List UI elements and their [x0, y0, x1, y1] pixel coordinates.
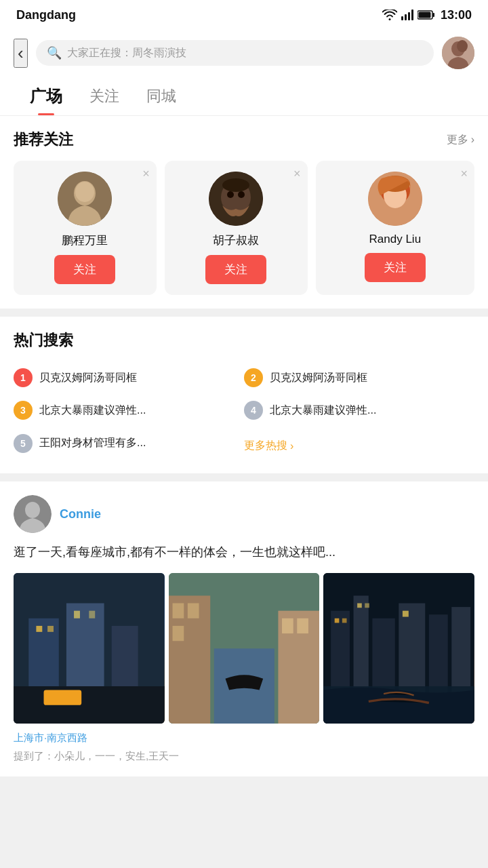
recommend-header: 推荐关注 更多 ›	[14, 130, 474, 150]
follow-avatar-3	[368, 172, 422, 226]
status-bar: Dangdang 13:00	[0, 0, 488, 30]
close-card-3-button[interactable]: ×	[461, 167, 468, 180]
hot-text-2: 贝克汉姆阿汤哥同框	[270, 371, 367, 385]
back-button[interactable]: ‹	[14, 39, 28, 68]
search-placeholder-text: 大家正在搜：周冬雨演技	[67, 46, 186, 60]
feed-section: Connie 逛了一天,看每座城市,都有不一样的体会，一生也就这样吧...	[0, 481, 488, 776]
follow-card-3: × Rand	[316, 161, 474, 295]
hot-text-1: 贝克汉姆阿汤哥同框	[39, 371, 137, 385]
follow-cards: × 鹏程万里 关注 ×	[14, 161, 474, 295]
svg-rect-0	[401, 16, 403, 20]
search-icon: 🔍	[47, 45, 62, 60]
hot-text-5: 王阳对身材管理有多...	[39, 436, 146, 450]
svg-point-17	[222, 178, 249, 192]
post-image-1	[14, 573, 165, 724]
hot-rank-4: 4	[244, 401, 263, 420]
follow-button-1[interactable]: 关注	[54, 255, 115, 284]
follow-button-2[interactable]: 关注	[205, 255, 266, 284]
post-tags: 提到了：小朵儿，一一，安生,王天一	[14, 750, 474, 763]
hot-search-section: 热门搜索 1 贝克汉姆阿汤哥同框 2 贝克汉姆阿汤哥同框 3	[0, 317, 488, 473]
post-avatar-img	[14, 495, 52, 533]
follow-avatar-2	[209, 172, 263, 226]
svg-rect-30	[74, 610, 80, 618]
svg-rect-38	[187, 603, 199, 618]
svg-rect-2	[408, 12, 410, 20]
avatar-img-huzi	[209, 172, 263, 226]
svg-rect-39	[172, 626, 184, 641]
svg-point-16	[238, 191, 245, 198]
post-image-2	[169, 573, 320, 724]
avatar-img-randy	[368, 172, 422, 226]
status-time: 13:00	[441, 8, 472, 22]
svg-rect-31	[89, 610, 95, 618]
status-right: 13:00	[382, 8, 472, 22]
follow-card-1: × 鹏程万里 关注	[14, 161, 157, 295]
svg-rect-52	[357, 603, 362, 608]
post-header: Connie	[14, 495, 474, 533]
header-avatar-img	[442, 37, 474, 69]
recommend-more-link[interactable]: 更多 ›	[447, 133, 474, 147]
recommend-title: 推荐关注	[14, 130, 73, 150]
post-image-3	[323, 573, 474, 724]
svg-rect-29	[47, 626, 54, 632]
chevron-right-hot-icon: ›	[290, 440, 293, 452]
follow-button-3[interactable]: 关注	[365, 253, 426, 282]
post-images	[14, 573, 474, 724]
nav-tabs: 广场 关注 同城	[0, 76, 488, 116]
svg-rect-41	[282, 618, 293, 633]
wifi-icon	[382, 9, 397, 20]
close-card-1-button[interactable]: ×	[142, 167, 150, 180]
hot-text-3: 北京大暴雨建议弹性...	[39, 403, 146, 418]
post-avatar[interactable]	[14, 495, 52, 533]
follow-name-1: 鹏程万里	[62, 233, 108, 248]
header: ‹ 🔍 大家正在搜：周冬雨演技	[0, 30, 488, 76]
hot-item-5[interactable]: 5 王阳对身材管理有多...	[14, 427, 244, 460]
svg-point-23	[25, 502, 40, 518]
more-hot-link[interactable]: 更多热搜 ›	[244, 427, 474, 460]
recommend-section: 推荐关注 更多 › ×	[0, 116, 488, 309]
hot-item-2[interactable]: 2 贝克汉姆阿汤哥同框	[244, 361, 474, 394]
svg-rect-5	[432, 13, 434, 17]
battery-icon	[418, 10, 435, 20]
follow-name-3: Randy Liu	[369, 233, 422, 246]
follow-avatar-1	[58, 172, 112, 226]
follow-card-2: ×	[165, 161, 308, 295]
post-username[interactable]: Connie	[60, 507, 101, 521]
tab-guangchang[interactable]: 广场	[16, 76, 76, 115]
hot-rank-3: 3	[14, 401, 33, 420]
close-card-2-button[interactable]: ×	[293, 167, 301, 180]
hot-rank-5: 5	[14, 434, 33, 453]
hot-item-1[interactable]: 1 贝克汉姆阿汤哥同框	[14, 361, 244, 394]
search-bar[interactable]: 🔍 大家正在搜：周冬雨演技	[36, 40, 434, 66]
svg-rect-51	[342, 618, 347, 623]
post-text: 逛了一天,看每座城市,都有不一样的体会，一生也就这样吧...	[14, 542, 474, 562]
svg-rect-6	[418, 12, 430, 18]
svg-rect-33	[44, 690, 82, 705]
chevron-right-icon: ›	[471, 134, 474, 146]
app-name: Dangdang	[16, 8, 76, 22]
hot-rank-1: 1	[14, 368, 33, 387]
svg-rect-45	[354, 595, 369, 701]
tab-guanzhu[interactable]: 关注	[76, 77, 133, 115]
follow-name-2: 胡子叔叔	[213, 233, 259, 248]
svg-rect-3	[411, 9, 413, 20]
post-location[interactable]: 上海市·南京西路	[14, 732, 474, 745]
svg-rect-50	[335, 618, 340, 623]
hot-item-3[interactable]: 3 北京大暴雨建议弹性...	[14, 394, 244, 427]
main-content: 推荐关注 更多 › ×	[0, 116, 488, 776]
svg-rect-54	[403, 610, 409, 616]
signal-icon	[401, 9, 413, 20]
svg-rect-53	[365, 603, 370, 608]
svg-point-15	[227, 191, 234, 198]
header-avatar[interactable]	[442, 37, 474, 69]
hot-item-4[interactable]: 4 北京大暴雨建议弹性...	[244, 394, 474, 427]
hot-search-title: 热门搜索	[14, 330, 73, 351]
hot-search-header: 热门搜索	[14, 330, 474, 351]
tab-tongcheng[interactable]: 同城	[133, 77, 190, 115]
svg-rect-1	[405, 14, 407, 20]
avatar-img-pengcheng	[58, 172, 112, 226]
svg-point-12	[75, 182, 94, 202]
svg-rect-28	[36, 626, 42, 632]
svg-rect-32	[14, 686, 165, 724]
svg-rect-37	[172, 603, 184, 618]
